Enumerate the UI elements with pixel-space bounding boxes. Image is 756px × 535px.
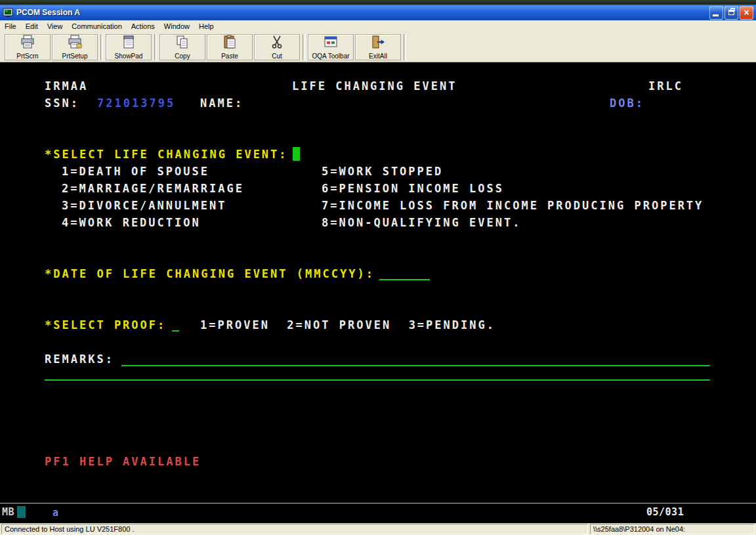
toolbar: PrtScrn PrtSetup ShowPad Copy Paste Cut bbox=[0, 32, 756, 62]
menu-bar: File Edit View Communication Actions Win… bbox=[0, 20, 756, 32]
host-info: \\s25faa8\P312004 on Ne04: bbox=[590, 524, 755, 534]
printer-setup-icon bbox=[67, 35, 83, 52]
paste-button[interactable]: Paste bbox=[207, 34, 253, 60]
event-option-2: 2=MARRIAGE/REMARRIAGE bbox=[62, 182, 244, 196]
exitall-label: ExitAll bbox=[369, 53, 387, 60]
event-option-1: 1=DEATH OF SPOUSE bbox=[62, 165, 209, 179]
oia-status: MB bbox=[2, 505, 14, 519]
select-event-label: *SELECT LIFE CHANGING EVENT: bbox=[45, 148, 288, 161]
toolbar-separator bbox=[303, 34, 305, 60]
connection-status: Connected to Host using LU V251F800 . bbox=[1, 524, 588, 534]
toolbar-separator bbox=[154, 34, 157, 60]
status-bar: Connected to Host using LU V251F800 . \\… bbox=[0, 523, 756, 535]
minimize-icon bbox=[713, 14, 719, 16]
ssn-value: 721013795 bbox=[97, 96, 175, 110]
event-option-7: 7=INCOME LOSS FROM INCOME PRODUCING PROP… bbox=[322, 199, 704, 213]
close-button[interactable]: × bbox=[740, 6, 753, 20]
oia-session-id: a bbox=[52, 506, 59, 520]
help-message: PF1 HELP AVAILABLE bbox=[45, 455, 201, 469]
prtsetup-label: PrtSetup bbox=[62, 53, 88, 60]
remarks-label: REMARKS: bbox=[45, 353, 114, 366]
pcom-app-icon bbox=[3, 7, 13, 18]
date-label: *DATE OF LIFE CHANGING EVENT (MMCCYY): bbox=[45, 267, 375, 281]
event-option-8: 8=NON-QUALIFYING EVENT. bbox=[322, 216, 521, 230]
name-label: NAME: bbox=[200, 96, 243, 110]
toolbar-separator bbox=[404, 34, 406, 60]
notepad-icon bbox=[121, 35, 136, 52]
showpad-label: ShowPad bbox=[115, 53, 143, 60]
cut-button[interactable]: Cut bbox=[254, 34, 300, 60]
menu-edit[interactable]: Edit bbox=[21, 21, 43, 32]
date-input-field[interactable] bbox=[379, 279, 430, 280]
exitall-button[interactable]: ExitAll bbox=[355, 34, 401, 60]
cut-label: Cut bbox=[272, 53, 282, 60]
copy-button[interactable]: Copy bbox=[159, 34, 205, 60]
prtscrn-button[interactable]: PrtScrn bbox=[5, 34, 51, 60]
oqa-toolbar-label: OQA Toolbar bbox=[312, 53, 349, 60]
oia-separator bbox=[0, 503, 756, 503]
screen-title: LIFE CHANGING EVENT bbox=[292, 79, 457, 93]
select-event-input-cursor[interactable] bbox=[293, 147, 300, 161]
proof-label: *SELECT PROOF: bbox=[45, 318, 166, 332]
paste-label: Paste bbox=[221, 53, 238, 60]
proof-input-field[interactable] bbox=[172, 330, 179, 332]
proof-options: 1=PROVEN 2=NOT PROVEN 3=PENDING. bbox=[200, 318, 495, 332]
showpad-button[interactable]: ShowPad bbox=[106, 34, 152, 60]
screen-code: IRLC bbox=[648, 79, 683, 93]
oia-cursor-position: 05/031 bbox=[646, 505, 684, 519]
copy-icon bbox=[175, 35, 190, 52]
toolbar-separator bbox=[100, 34, 103, 60]
event-option-4: 4=WORK REDUCTION bbox=[62, 216, 201, 230]
minimize-button[interactable] bbox=[709, 6, 723, 20]
menu-file[interactable]: File bbox=[0, 21, 21, 32]
copy-label: Copy bbox=[175, 53, 190, 60]
scissors-icon bbox=[269, 35, 285, 52]
oia-indicator-block bbox=[17, 506, 26, 518]
exit-door-icon bbox=[370, 35, 386, 52]
restore-icon bbox=[728, 10, 734, 15]
menu-help[interactable]: Help bbox=[194, 21, 219, 32]
menu-view[interactable]: View bbox=[43, 21, 68, 32]
remarks-input-line-2[interactable] bbox=[45, 379, 710, 381]
desktop-edge bbox=[0, 0, 756, 5]
terminal-screen[interactable]: IRMAA LIFE CHANGING EVENT IRLC SSN: 7210… bbox=[0, 62, 756, 523]
window-titlebar: PCOM Session A × bbox=[0, 5, 756, 20]
prtscrn-label: PrtScrn bbox=[16, 53, 38, 60]
remarks-input-line-1[interactable] bbox=[121, 365, 710, 366]
close-icon: × bbox=[744, 8, 749, 17]
dob-label: DOB: bbox=[610, 96, 644, 110]
printer-icon bbox=[20, 35, 35, 52]
prtsetup-button[interactable]: PrtSetup bbox=[52, 34, 98, 60]
restore-button[interactable] bbox=[724, 6, 738, 20]
oqa-toolbar-icon bbox=[323, 35, 339, 52]
menu-actions[interactable]: Actions bbox=[127, 21, 159, 32]
event-option-5: 5=WORK STOPPED bbox=[322, 165, 443, 179]
oqa-toolbar-button[interactable]: OQA Toolbar bbox=[308, 34, 354, 60]
ssn-label: SSN: bbox=[45, 96, 79, 110]
event-option-3: 3=DIVORCE/ANNULMENT bbox=[62, 199, 226, 213]
menu-window[interactable]: Window bbox=[159, 21, 194, 32]
paste-icon bbox=[222, 35, 238, 52]
menu-communication[interactable]: Communication bbox=[67, 21, 126, 32]
app-code: IRMAA bbox=[45, 79, 88, 93]
event-option-6: 6=PENSION INCOME LOSS bbox=[322, 182, 504, 196]
window-title: PCOM Session A bbox=[16, 8, 80, 17]
